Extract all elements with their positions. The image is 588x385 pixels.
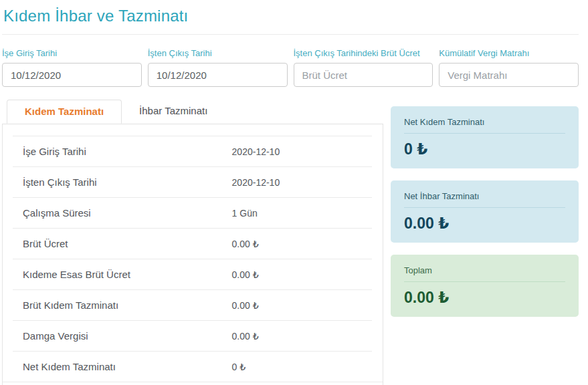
ise-giris-tarihi-input[interactable] (2, 63, 142, 87)
row-label: Brüt Kıdem Tazminatı (13, 299, 232, 311)
form-field-brut-ucret: İşten Çıkış Tarihindeki Brüt Ücret (294, 48, 433, 87)
page-container: Kıdem İhbar ve Tazminatı İşe Giriş Tarih… (0, 0, 588, 385)
row-label: Damga Vergisi (13, 330, 232, 342)
summary-column: Net Kıdem Tazminatı 0 ₺ Net İhbar Tazmin… (391, 100, 579, 329)
brut-ucret-input[interactable] (294, 63, 433, 87)
row-label: Kıdeme Esas Brüt Ücret (13, 269, 232, 280)
results-panel: Kıdem Tazminatı İhbar Tazminatı İşe Giri… (2, 100, 383, 385)
row-value: 0 ₺ (232, 362, 372, 372)
row-value: 2020-12-10 (232, 146, 372, 157)
form-field-vergi-matrahi: Kümülatif Vergi Matrahı (439, 48, 579, 87)
card-divider (404, 133, 565, 134)
date-salary-form: İşe Giriş Tarihi İşten Çıkış Tarihi İşte… (2, 48, 579, 87)
table-row: Net Kıdem Tazminatı 0 ₺ (13, 351, 372, 382)
tab-bar: Kıdem Tazminatı İhbar Tazminatı (2, 100, 383, 124)
card-label: Toplam (404, 265, 565, 275)
title-divider (2, 34, 579, 35)
row-value: 1 Gün (232, 208, 372, 219)
form-field-isten-cikis: İşten Çıkış Tarihi (148, 48, 288, 87)
kidem-result-table: İşe Giriş Tarihi 2020-12-10 İşten Çıkış … (13, 136, 372, 382)
panel-bottom-divider (3, 382, 383, 382)
row-label: Brüt Ücret (13, 238, 232, 249)
vergi-matrahi-input[interactable] (439, 63, 579, 87)
row-label: Net Kıdem Tazminatı (13, 361, 232, 372)
card-label: Net Kıdem Tazminatı (404, 117, 565, 127)
summary-card-toplam: Toplam 0.00 ₺ (391, 255, 579, 317)
row-label: İşten Çıkış Tarihi (13, 176, 232, 188)
table-row: Brüt Ücret 0.00 ₺ (13, 228, 372, 259)
card-value: 0 ₺ (404, 139, 565, 159)
isten-cikis-tarihi-input[interactable] (148, 63, 288, 87)
table-row: Çalışma Süresi 1 Gün (13, 197, 372, 228)
table-row: Damga Vergisi 0.00 ₺ (13, 320, 372, 351)
card-label: Net İhbar Tazminatı (404, 191, 565, 201)
row-value: 2020-12-10 (232, 177, 372, 188)
brut-ucret-label: İşten Çıkış Tarihindeki Brüt Ücret (294, 48, 433, 58)
table-row: Brüt Kıdem Tazminatı 0.00 ₺ (13, 289, 372, 320)
isten-cikis-tarihi-label: İşten Çıkış Tarihi (148, 48, 288, 58)
table-row: İşten Çıkış Tarihi 2020-12-10 (13, 166, 372, 197)
summary-card-net-kidem-tazminati: Net Kıdem Tazminatı 0 ₺ (391, 106, 579, 168)
table-row: İşe Giriş Tarihi 2020-12-10 (13, 136, 372, 166)
kidem-tazminati-panel: İşe Giriş Tarihi 2020-12-10 İşten Çıkış … (2, 124, 383, 385)
vergi-matrahi-label: Kümülatif Vergi Matrahı (439, 48, 579, 58)
card-divider (404, 281, 565, 282)
card-divider (404, 207, 565, 208)
main-content: Kıdem Tazminatı İhbar Tazminatı İşe Giri… (2, 100, 579, 385)
card-value: 0.00 ₺ (404, 287, 565, 307)
tab-kidem-tazminati[interactable]: Kıdem Tazminatı (7, 100, 122, 124)
row-value: 0.00 ₺ (232, 331, 372, 342)
ise-giris-tarihi-label: İşe Giriş Tarihi (2, 48, 142, 58)
card-value: 0.00 ₺ (404, 213, 565, 233)
row-label: İşe Giriş Tarihi (13, 146, 232, 157)
tab-ihbar-tazminati[interactable]: İhbar Tazminatı (122, 100, 225, 124)
page-title: Kıdem İhbar ve Tazminatı (3, 7, 579, 25)
table-row: Kıdeme Esas Brüt Ücret 0.00 ₺ (13, 259, 372, 289)
row-value: 0.00 ₺ (232, 239, 372, 249)
row-value: 0.00 ₺ (232, 269, 372, 280)
form-field-ise-giris: İşe Giriş Tarihi (2, 48, 142, 87)
summary-card-net-ihbar-tazminati: Net İhbar Tazminatı 0.00 ₺ (391, 180, 579, 243)
row-value: 0.00 ₺ (232, 300, 372, 311)
row-label: Çalışma Süresi (13, 207, 232, 219)
